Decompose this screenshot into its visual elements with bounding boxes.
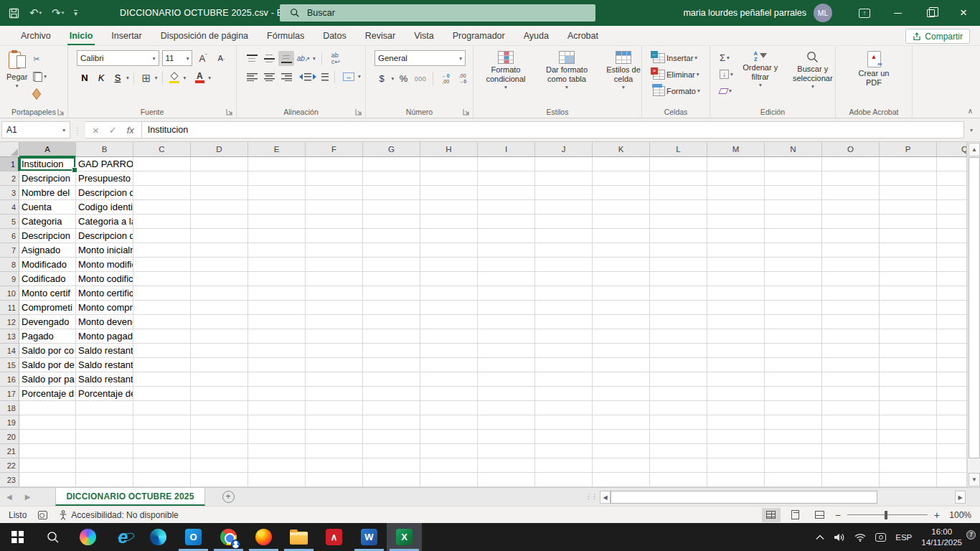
- font-color-button[interactable]: A: [192, 70, 207, 85]
- cell-F4[interactable]: [306, 200, 363, 215]
- cell-C7[interactable]: [133, 243, 191, 258]
- cell-H12[interactable]: [420, 315, 478, 329]
- cell-K17[interactable]: [593, 387, 650, 401]
- cell-P19[interactable]: [880, 415, 937, 430]
- cell-G5[interactable]: [363, 215, 420, 229]
- cell-C12[interactable]: [133, 315, 191, 329]
- cell-P5[interactable]: [880, 215, 937, 229]
- cell-H15[interactable]: [420, 358, 478, 372]
- cell-Q16[interactable]: [937, 372, 967, 387]
- cell-A16[interactable]: Saldo por pa: [19, 372, 76, 387]
- cell-F15[interactable]: [306, 358, 363, 372]
- ribbon-tab-vista[interactable]: Vista: [405, 26, 443, 45]
- cell-Q1[interactable]: [937, 157, 967, 171]
- cell-M15[interactable]: [707, 358, 765, 372]
- row-header-11[interactable]: 11: [0, 301, 19, 315]
- decrease-decimal-button[interactable]: ,00→0: [456, 71, 470, 86]
- cell-B22[interactable]: [76, 458, 133, 473]
- column-header-O[interactable]: O: [822, 142, 880, 157]
- cell-H5[interactable]: [420, 215, 478, 229]
- cell-M6[interactable]: [707, 229, 765, 243]
- chevron-down-icon[interactable]: ▾: [391, 75, 394, 82]
- cell-H10[interactable]: [420, 286, 478, 301]
- cell-E17[interactable]: [248, 387, 306, 401]
- cell-D21[interactable]: [191, 444, 248, 458]
- column-header-G[interactable]: G: [363, 142, 420, 157]
- cell-O15[interactable]: [822, 358, 880, 372]
- cell-K16[interactable]: [593, 372, 650, 387]
- align-bottom-button[interactable]: [278, 51, 294, 66]
- cell-L11[interactable]: [650, 301, 707, 315]
- cell-K6[interactable]: [593, 229, 650, 243]
- cell-D6[interactable]: [191, 229, 248, 243]
- cell-B5[interactable]: Categoria a la que pertenece el elemento…: [76, 215, 133, 229]
- cell-Q21[interactable]: [937, 444, 967, 458]
- cell-E18[interactable]: [248, 401, 306, 415]
- cell-I17[interactable]: [478, 387, 535, 401]
- cell-D23[interactable]: [191, 473, 248, 487]
- chevron-down-icon[interactable]: ▾: [126, 75, 129, 81]
- cell-M10[interactable]: [707, 286, 765, 301]
- cell-L6[interactable]: [650, 229, 707, 243]
- cell-F14[interactable]: [306, 344, 363, 358]
- cell-I16[interactable]: [478, 372, 535, 387]
- column-header-M[interactable]: M: [707, 142, 765, 157]
- cancel-button[interactable]: ×: [93, 124, 99, 136]
- row-header-14[interactable]: 14: [0, 344, 19, 358]
- paste-button[interactable]: Pegar ▾: [3, 49, 31, 101]
- cell-G14[interactable]: [363, 344, 420, 358]
- cell-J5[interactable]: [535, 215, 593, 229]
- cell-I21[interactable]: [478, 444, 535, 458]
- taskbar-chrome-button[interactable]: [211, 523, 246, 551]
- cell-C15[interactable]: [133, 358, 191, 372]
- taskbar-internet-explorer-button[interactable]: e: [105, 523, 141, 551]
- cell-K2[interactable]: [593, 171, 650, 186]
- avatar[interactable]: ML: [814, 4, 832, 22]
- cell-H6[interactable]: [420, 229, 478, 243]
- cell-D1[interactable]: [191, 157, 248, 171]
- enter-button[interactable]: ✓: [109, 125, 117, 136]
- cell-Q12[interactable]: [937, 315, 967, 329]
- cell-N7[interactable]: [765, 243, 822, 258]
- accounting-format-button[interactable]: $: [374, 71, 389, 86]
- increase-decimal-button[interactable]: ←0,00: [438, 71, 453, 86]
- cell-Q11[interactable]: [937, 301, 967, 315]
- cell-A22[interactable]: [19, 458, 76, 473]
- cell-L5[interactable]: [650, 215, 707, 229]
- cell-N5[interactable]: [765, 215, 822, 229]
- cell-G21[interactable]: [363, 444, 420, 458]
- cell-K8[interactable]: [593, 258, 650, 272]
- column-header-D[interactable]: D: [191, 142, 248, 157]
- cell-M4[interactable]: [707, 200, 765, 215]
- cell-E11[interactable]: [248, 301, 306, 315]
- cell-A8[interactable]: Modificado: [19, 258, 76, 272]
- cell-E2[interactable]: [248, 171, 306, 186]
- cell-G15[interactable]: [363, 358, 420, 372]
- cell-D2[interactable]: [191, 171, 248, 186]
- cell-I8[interactable]: [478, 258, 535, 272]
- customize-quick-access-button[interactable]: ▾: [74, 10, 77, 17]
- cell-P22[interactable]: [880, 458, 937, 473]
- cell-L18[interactable]: [650, 401, 707, 415]
- cell-M1[interactable]: [707, 157, 765, 171]
- cell-L22[interactable]: [650, 458, 707, 473]
- cell-K9[interactable]: [593, 272, 650, 286]
- cell-E3[interactable]: [248, 186, 306, 200]
- column-header-A[interactable]: A: [19, 142, 76, 157]
- row-header-3[interactable]: 3: [0, 186, 19, 200]
- cell-E21[interactable]: [248, 444, 306, 458]
- scroll-up-button[interactable]: ▲: [969, 143, 980, 156]
- cell-N1[interactable]: [765, 157, 822, 171]
- cell-P1[interactable]: [880, 157, 937, 171]
- cell-E16[interactable]: [248, 372, 306, 387]
- cell-K3[interactable]: [593, 186, 650, 200]
- cell-M11[interactable]: [707, 301, 765, 315]
- scrollbar-splitter[interactable]: ⋮⋮: [585, 493, 597, 500]
- sheet-nav-left-icon[interactable]: ◀: [0, 493, 19, 501]
- cell-A10[interactable]: Monto certif: [19, 286, 76, 301]
- close-button[interactable]: ×: [947, 0, 980, 26]
- cell-K19[interactable]: [593, 415, 650, 430]
- cell-Q8[interactable]: [937, 258, 967, 272]
- cell-C22[interactable]: [133, 458, 191, 473]
- cell-O23[interactable]: [822, 473, 880, 487]
